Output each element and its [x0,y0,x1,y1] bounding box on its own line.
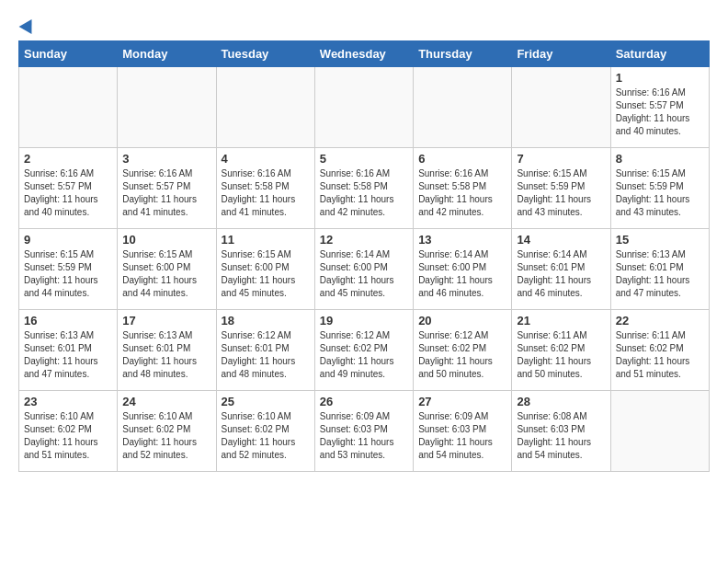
day-number: 4 [222,152,310,166]
calendar-week-1: 1Sunrise: 6:16 AMSunset: 5:57 PMDaylight… [19,67,710,148]
calendar-cell: 15Sunrise: 6:13 AMSunset: 6:01 PMDayligh… [610,229,709,310]
calendar-week-2: 2Sunrise: 6:16 AMSunset: 5:57 PMDaylight… [19,148,710,229]
calendar-week-3: 9Sunrise: 6:15 AMSunset: 5:59 PMDaylight… [19,229,710,310]
day-info: Sunrise: 6:16 AMSunset: 5:57 PMDaylight:… [616,86,704,138]
day-number: 7 [517,152,605,166]
day-number: 13 [418,233,506,247]
calendar-cell: 1Sunrise: 6:16 AMSunset: 5:57 PMDaylight… [610,67,709,148]
day-number: 14 [517,233,605,247]
calendar-cell: 14Sunrise: 6:14 AMSunset: 6:01 PMDayligh… [512,229,610,310]
calendar-cell [512,67,610,148]
day-info: Sunrise: 6:13 AMSunset: 6:01 PMDaylight:… [122,329,210,381]
calendar-cell: 13Sunrise: 6:14 AMSunset: 6:00 PMDayligh… [414,229,512,310]
day-info: Sunrise: 6:14 AMSunset: 6:01 PMDaylight:… [517,248,605,300]
calendar-cell: 10Sunrise: 6:15 AMSunset: 6:00 PMDayligh… [118,229,216,310]
calendar-cell [19,67,118,148]
day-number: 17 [122,314,210,327]
day-info: Sunrise: 6:10 AMSunset: 6:02 PMDaylight:… [24,410,112,462]
day-number: 28 [517,395,605,408]
day-number: 18 [222,314,310,327]
calendar-cell [216,67,314,148]
day-info: Sunrise: 6:16 AMSunset: 5:57 PMDaylight:… [24,167,112,219]
day-number: 1 [616,71,704,85]
day-info: Sunrise: 6:08 AMSunset: 6:03 PMDaylight:… [517,410,605,462]
calendar-cell: 12Sunrise: 6:14 AMSunset: 6:00 PMDayligh… [314,229,413,310]
day-info: Sunrise: 6:16 AMSunset: 5:58 PMDaylight:… [320,167,408,219]
calendar-cell: 16Sunrise: 6:13 AMSunset: 6:01 PMDayligh… [19,310,118,391]
calendar-cell: 21Sunrise: 6:11 AMSunset: 6:02 PMDayligh… [512,310,610,391]
day-number: 24 [122,395,210,408]
day-info: Sunrise: 6:15 AMSunset: 5:59 PMDaylight:… [616,167,704,219]
day-info: Sunrise: 6:09 AMSunset: 6:03 PMDaylight:… [418,410,506,462]
calendar-cell: 28Sunrise: 6:08 AMSunset: 6:03 PMDayligh… [512,391,610,472]
day-number: 11 [222,233,310,247]
weekday-header-saturday: Saturday [610,41,709,67]
calendar-cell: 22Sunrise: 6:11 AMSunset: 6:02 PMDayligh… [610,310,709,391]
day-info: Sunrise: 6:13 AMSunset: 6:01 PMDaylight:… [616,248,704,300]
calendar-cell: 20Sunrise: 6:12 AMSunset: 6:02 PMDayligh… [414,310,512,391]
calendar-cell: 4Sunrise: 6:16 AMSunset: 5:58 PMDaylight… [216,148,314,229]
weekday-header-monday: Monday [118,41,216,67]
calendar-cell: 6Sunrise: 6:16 AMSunset: 5:58 PMDaylight… [414,148,512,229]
weekday-header-tuesday: Tuesday [216,41,314,67]
calendar-cell [610,391,709,472]
day-number: 2 [24,152,112,166]
day-info: Sunrise: 6:11 AMSunset: 6:02 PMDaylight:… [517,329,605,381]
day-number: 15 [616,233,704,247]
day-number: 23 [24,395,112,408]
calendar-cell [414,67,512,148]
day-number: 27 [418,395,506,408]
day-info: Sunrise: 6:11 AMSunset: 6:02 PMDaylight:… [616,329,704,381]
logo [18,18,36,31]
calendar-cell: 17Sunrise: 6:13 AMSunset: 6:01 PMDayligh… [118,310,216,391]
day-info: Sunrise: 6:12 AMSunset: 6:02 PMDaylight:… [418,329,506,381]
calendar-cell: 11Sunrise: 6:15 AMSunset: 6:00 PMDayligh… [216,229,314,310]
day-info: Sunrise: 6:15 AMSunset: 6:00 PMDaylight:… [122,248,210,300]
day-info: Sunrise: 6:16 AMSunset: 5:58 PMDaylight:… [222,167,310,219]
calendar-cell: 2Sunrise: 6:16 AMSunset: 5:57 PMDaylight… [19,148,118,229]
day-info: Sunrise: 6:14 AMSunset: 6:00 PMDaylight:… [320,248,408,300]
day-info: Sunrise: 6:10 AMSunset: 6:02 PMDaylight:… [222,410,310,462]
weekday-header-friday: Friday [512,41,610,67]
weekday-header-row: SundayMondayTuesdayWednesdayThursdayFrid… [19,41,710,67]
calendar-cell: 18Sunrise: 6:12 AMSunset: 6:01 PMDayligh… [216,310,314,391]
weekday-header-wednesday: Wednesday [314,41,413,67]
calendar-week-4: 16Sunrise: 6:13 AMSunset: 6:01 PMDayligh… [19,310,710,391]
calendar-table: SundayMondayTuesdayWednesdayThursdayFrid… [18,40,710,472]
calendar-cell: 23Sunrise: 6:10 AMSunset: 6:02 PMDayligh… [19,391,118,472]
day-number: 8 [616,152,704,166]
calendar-cell [314,67,413,148]
day-number: 22 [616,314,704,327]
day-number: 19 [320,314,408,327]
day-number: 12 [320,233,408,247]
day-info: Sunrise: 6:13 AMSunset: 6:01 PMDaylight:… [24,329,112,381]
day-number: 25 [222,395,310,408]
page-header [18,18,710,31]
day-number: 21 [517,314,605,327]
day-info: Sunrise: 6:15 AMSunset: 5:59 PMDaylight:… [24,248,112,300]
weekday-header-sunday: Sunday [19,41,118,67]
day-info: Sunrise: 6:12 AMSunset: 6:02 PMDaylight:… [320,329,408,381]
day-info: Sunrise: 6:15 AMSunset: 5:59 PMDaylight:… [517,167,605,219]
calendar-cell: 8Sunrise: 6:15 AMSunset: 5:59 PMDaylight… [610,148,709,229]
day-info: Sunrise: 6:16 AMSunset: 5:58 PMDaylight:… [418,167,506,219]
day-number: 3 [122,152,210,166]
calendar-cell: 7Sunrise: 6:15 AMSunset: 5:59 PMDaylight… [512,148,610,229]
day-number: 10 [122,233,210,247]
calendar-cell: 3Sunrise: 6:16 AMSunset: 5:57 PMDaylight… [118,148,216,229]
day-info: Sunrise: 6:09 AMSunset: 6:03 PMDaylight:… [320,410,408,462]
calendar-week-5: 23Sunrise: 6:10 AMSunset: 6:02 PMDayligh… [19,391,710,472]
calendar-cell: 26Sunrise: 6:09 AMSunset: 6:03 PMDayligh… [314,391,413,472]
weekday-header-thursday: Thursday [414,41,512,67]
day-number: 9 [24,233,112,247]
day-info: Sunrise: 6:10 AMSunset: 6:02 PMDaylight:… [122,410,210,462]
calendar-cell [118,67,216,148]
day-info: Sunrise: 6:15 AMSunset: 6:00 PMDaylight:… [222,248,310,300]
calendar-cell: 27Sunrise: 6:09 AMSunset: 6:03 PMDayligh… [414,391,512,472]
day-number: 20 [418,314,506,327]
day-number: 6 [418,152,506,166]
day-info: Sunrise: 6:12 AMSunset: 6:01 PMDaylight:… [222,329,310,381]
calendar-cell: 9Sunrise: 6:15 AMSunset: 5:59 PMDaylight… [19,229,118,310]
calendar-cell: 25Sunrise: 6:10 AMSunset: 6:02 PMDayligh… [216,391,314,472]
logo-icon [19,16,39,34]
